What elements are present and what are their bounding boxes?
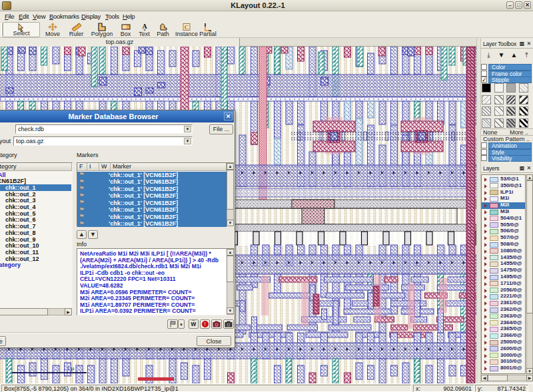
svg-text:A: A xyxy=(142,23,147,30)
svg-text:1 µ: 1 µ xyxy=(67,365,75,371)
svg-text:C: C xyxy=(185,24,189,31)
